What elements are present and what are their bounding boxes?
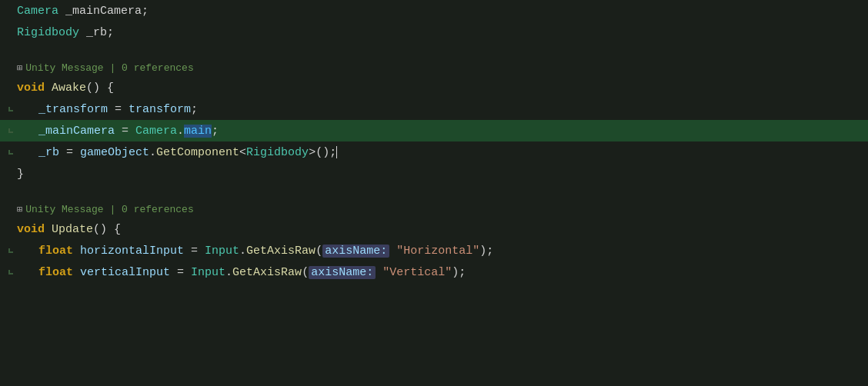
code-line-1: Camera _mainCamera;: [0, 0, 868, 22]
gutter-maincamera: [6, 128, 14, 133]
token-camera-type: Camera: [17, 5, 58, 18]
code-line-update: void Update () {: [0, 218, 868, 240]
token-input-cls-v: Input: [191, 266, 225, 279]
unity-message-label-2: Unity Message: [25, 204, 103, 215]
token-eq-h: =: [184, 245, 205, 258]
gutter-dot-horizontal: [8, 248, 13, 253]
token-getaxisraw-v: GetAxisRaw: [232, 266, 302, 279]
gutter-dot-transform: [8, 107, 13, 111]
token-paren-awake: () {: [86, 82, 114, 95]
token-space-h2: [389, 245, 396, 258]
token-angle-open: <: [239, 146, 246, 159]
gutter-dot-vertical: [8, 270, 13, 275]
line-content-brace: }: [17, 168, 868, 181]
code-line-vertical: float verticalInput = Input . GetAxisRaw…: [0, 261, 868, 283]
line-content-meta1: ⊞ Unity Message | 0 references: [17, 62, 868, 74]
token-paren-open-h: (: [315, 245, 322, 258]
token-space-v2: [376, 266, 382, 279]
code-line-awake: void Awake () {: [0, 77, 868, 98]
code-line-rb: _rb = gameObject . GetComponent < Rigidb…: [0, 141, 868, 163]
gutter-transform: [6, 107, 14, 111]
line-content-transform: _transform = transform ;: [17, 103, 868, 116]
line-content-meta2: ⊞ Unity Message | 0 references: [17, 204, 868, 215]
token-float-v: float: [38, 266, 73, 279]
token-rb-var: _rb: [38, 146, 59, 159]
code-line-horizontal: float horizontalInput = Input . GetAxisR…: [0, 240, 868, 261]
line-content-vertical: float verticalInput = Input . GetAxisRaw…: [17, 266, 868, 279]
token-paren-close-v: );: [452, 266, 466, 279]
gutter-vertical: [6, 270, 14, 275]
token-dot1: .: [177, 125, 184, 138]
line-content-2: Rigidbody _rb;: [17, 26, 868, 39]
token-paren-update: () {: [93, 223, 121, 236]
token-fn-update: Update: [52, 223, 93, 236]
token-axisname-label-v: axisName:: [309, 266, 376, 279]
token-semi2: ;: [212, 125, 219, 138]
unity-icon-2: ⊞: [17, 204, 22, 215]
token-dot-v: .: [225, 266, 232, 279]
token-void-awake: void: [17, 82, 45, 95]
token-camera-cls: Camera: [135, 125, 177, 138]
code-line-maincamera: _mainCamera = Camera . main ;: [0, 120, 868, 141]
token-punc: _mainCamera;: [58, 5, 149, 18]
gutter-dot-maincamera: [8, 128, 13, 133]
line-content-awake: void Awake () {: [17, 82, 868, 95]
token-eq1: =: [108, 103, 129, 116]
token-float-h: float: [38, 245, 73, 258]
line-content-horizontal: float horizontalInput = Input . GetAxisR…: [17, 245, 868, 258]
token-gameobject: gameObject: [80, 146, 149, 159]
unity-message-sep-1: |: [104, 62, 122, 74]
token-eq-v: =: [170, 266, 191, 279]
token-getaxisraw-h: GetAxisRaw: [246, 245, 315, 258]
token-axisname-label-h: axisName:: [322, 245, 389, 258]
gutter-rb: [6, 150, 14, 155]
token-maincamera-var: _mainCamera: [38, 125, 115, 138]
token-dot2: .: [149, 146, 156, 159]
token-horinput-var: horizontalInput: [80, 245, 184, 258]
line-content-rb: _rb = gameObject . GetComponent < Rigidb…: [17, 146, 868, 159]
code-line-transform: _transform = transform ;: [0, 98, 868, 120]
token-transform-var: _transform: [38, 103, 108, 116]
token-paren-close-h: );: [479, 245, 493, 258]
token-space-v: [73, 266, 80, 279]
token-void-update: void: [17, 223, 45, 236]
code-editor: Camera _mainCamera; Rigidbody _rb; ⊞ Uni…: [0, 0, 868, 386]
references-label-2: 0 references: [122, 204, 194, 215]
line-content-1: Camera _mainCamera;: [17, 5, 868, 18]
token-eq3: =: [59, 146, 80, 159]
code-line-2: Rigidbody _rb;: [0, 22, 868, 43]
unity-icon-1: ⊞: [17, 62, 22, 74]
token-vertinput-var: verticalInput: [80, 266, 170, 279]
blank-line-2: [0, 185, 868, 200]
line-content-maincamera: _mainCamera = Camera . main ;: [17, 125, 868, 138]
token-transform-val: transform: [129, 103, 191, 116]
unity-message-sep-2: |: [104, 204, 122, 215]
token-main-selected: main: [184, 125, 212, 138]
code-line-brace-close: }: [0, 163, 868, 185]
unity-message-meta-2: ⊞ Unity Message | 0 references: [0, 200, 868, 218]
token-close-brace: }: [17, 168, 24, 181]
token-space: [45, 82, 52, 95]
token-rigidbody-generic: Rigidbody: [246, 146, 309, 159]
token-eq2: =: [115, 125, 135, 138]
token-angle-close: >();: [309, 146, 336, 159]
token-string-vertical: "Vertical": [382, 266, 452, 279]
gutter-dot-rb: [8, 150, 13, 155]
token-semi1: ;: [191, 103, 198, 116]
token-getcomponent: GetComponent: [156, 146, 239, 159]
unity-message-meta-1: ⊞ Unity Message | 0 references: [0, 58, 868, 77]
references-label-1: 0 references: [122, 62, 194, 74]
token-punc-rb: _rb;: [79, 26, 114, 39]
token-fn-awake: Awake: [52, 82, 86, 95]
blank-line-1: [0, 43, 868, 58]
token-rigidbody-type: Rigidbody: [17, 26, 79, 39]
unity-message-label-1: Unity Message: [25, 62, 103, 74]
token-space-h: [73, 245, 80, 258]
text-cursor: [336, 146, 337, 158]
token-string-horizontal: "Horizontal": [396, 245, 479, 258]
token-dot-h: .: [239, 245, 246, 258]
gutter-horizontal: [6, 248, 14, 253]
token-space-update: [45, 223, 52, 236]
token-input-cls-h: Input: [205, 245, 239, 258]
line-content-update: void Update () {: [17, 223, 868, 236]
